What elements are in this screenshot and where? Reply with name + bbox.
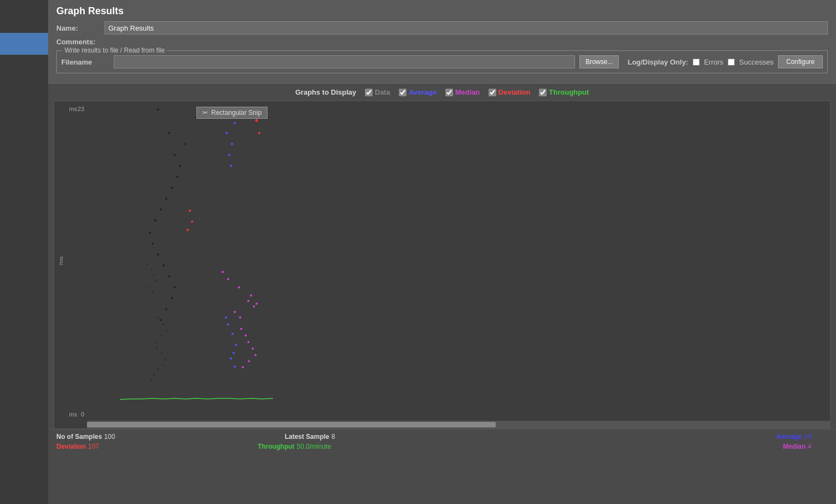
- no-of-samples-value: 100: [104, 433, 115, 441]
- svg-point-15: [168, 275, 170, 277]
- svg-point-46: [161, 364, 164, 366]
- svg-point-68: [148, 285, 150, 287]
- svg-point-18: [165, 308, 167, 310]
- svg-point-17: [171, 297, 173, 299]
- svg-point-72: [187, 229, 189, 231]
- throughput-stat-value: 50.0/minute: [297, 443, 331, 450]
- median-stat-value: 4: [808, 443, 811, 450]
- svg-point-40: [165, 329, 167, 331]
- errors-checkbox[interactable]: [693, 59, 700, 66]
- deviation-stat: Deviation 107: [56, 443, 99, 450]
- file-row: Filename Browse... Log/Display Only: Err…: [61, 55, 823, 68]
- svg-point-29: [222, 271, 224, 273]
- average-checkbox[interactable]: [399, 89, 407, 96]
- y-bottom-value: 0: [81, 411, 84, 418]
- data-checkbox[interactable]: [365, 89, 373, 96]
- average-stat-label: Average: [776, 433, 802, 441]
- throughput-checkbox[interactable]: [539, 89, 547, 96]
- median-label: Median: [455, 88, 480, 96]
- name-row: Name:: [56, 21, 828, 34]
- svg-point-42: [154, 341, 156, 343]
- svg-point-12: [152, 242, 154, 245]
- data-label: Data: [375, 88, 390, 96]
- svg-point-35: [239, 316, 241, 318]
- successes-label: Successes: [739, 58, 774, 66]
- svg-point-33: [256, 303, 258, 305]
- svg-point-45: [164, 358, 166, 361]
- successes-checkbox[interactable]: [728, 59, 735, 66]
- y-top-value: 23: [78, 106, 84, 112]
- comments-row: Comments:: [56, 38, 828, 46]
- svg-point-64: [146, 263, 148, 265]
- latest-sample-value: 8: [332, 433, 335, 441]
- svg-point-7: [171, 187, 173, 189]
- main-panel: Graph Results Name: Comments: Write resu…: [48, 0, 836, 504]
- configure-button[interactable]: Configure: [778, 55, 823, 68]
- scrollbar-thumb[interactable]: [87, 422, 496, 427]
- svg-point-65: [150, 269, 153, 271]
- svg-point-59: [247, 341, 249, 343]
- panel-header: Graph Results Name: Comments: Write resu…: [48, 0, 836, 84]
- snip-icon: ✂: [202, 109, 208, 117]
- name-input[interactable]: [104, 21, 828, 34]
- svg-point-10: [154, 219, 156, 222]
- browse-button[interactable]: Browse...: [579, 55, 619, 68]
- svg-point-13: [157, 253, 159, 256]
- svg-point-37: [253, 305, 255, 308]
- stats-bar: No of Samples 100 Latest Sample 8 Averag…: [48, 429, 836, 454]
- throughput-check-item: Throughput: [539, 88, 589, 96]
- filename-input[interactable]: [114, 55, 575, 68]
- no-of-samples-stat: No of Samples 100: [56, 433, 115, 441]
- filename-label: Filename: [61, 58, 105, 66]
- svg-point-11: [149, 231, 151, 234]
- throughput-stat-label: Throughput: [258, 443, 294, 450]
- svg-point-8: [165, 198, 167, 200]
- svg-point-53: [235, 344, 237, 346]
- svg-point-9: [160, 208, 162, 211]
- svg-point-67: [155, 280, 157, 282]
- graph-area: 23 ms 0 ms 7ms ✂ Rectangular Snip: [54, 101, 831, 429]
- stats-row2: Deviation 107 Throughput 50.0/minute Med…: [56, 443, 828, 450]
- svg-point-63: [242, 366, 244, 368]
- svg-point-55: [230, 357, 232, 360]
- horizontal-scrollbar[interactable]: [87, 421, 830, 428]
- no-of-samples-label: No of Samples: [56, 433, 102, 441]
- comments-label: Comments:: [56, 38, 100, 46]
- svg-point-27: [228, 154, 230, 156]
- svg-point-38: [157, 316, 159, 318]
- file-section-legend: Write results to file / Read from file: [62, 47, 167, 54]
- vertical-label: 7ms: [59, 257, 64, 266]
- svg-point-49: [150, 379, 153, 381]
- svg-point-19: [160, 319, 162, 321]
- svg-point-47: [157, 368, 159, 370]
- graph-canvas: ✂ Rectangular Snip: [87, 101, 830, 420]
- deviation-check-item: Deviation: [489, 88, 531, 96]
- sidebar-blue-item[interactable]: [0, 33, 48, 55]
- graphs-to-display-label: Graphs to Display: [295, 88, 356, 96]
- left-sidebar: [0, 0, 48, 504]
- median-check-item: Median: [445, 88, 480, 96]
- svg-point-5: [179, 165, 181, 167]
- errors-label: Errors: [704, 58, 723, 66]
- svg-point-22: [258, 132, 260, 134]
- svg-point-44: [160, 352, 162, 354]
- svg-point-52: [231, 333, 234, 335]
- deviation-stat-label: Deviation: [56, 443, 86, 450]
- svg-point-57: [240, 328, 242, 330]
- snip-toolbar[interactable]: ✂ Rectangular Snip: [196, 107, 268, 119]
- svg-point-62: [248, 360, 250, 362]
- y-axis: 23 ms 0 ms 7ms: [54, 101, 87, 428]
- svg-point-32: [250, 294, 252, 297]
- svg-point-61: [254, 354, 257, 356]
- svg-point-3: [184, 143, 187, 145]
- svg-point-36: [247, 300, 249, 302]
- svg-point-6: [176, 176, 178, 178]
- svg-point-60: [252, 347, 254, 350]
- svg-point-43: [156, 346, 158, 349]
- deviation-checkbox[interactable]: [489, 89, 496, 96]
- average-stat-value: 24: [804, 433, 811, 441]
- median-checkbox[interactable]: [445, 89, 453, 96]
- page-title: Graph Results: [56, 5, 828, 17]
- svg-point-56: [234, 366, 236, 368]
- svg-point-39: [162, 323, 165, 326]
